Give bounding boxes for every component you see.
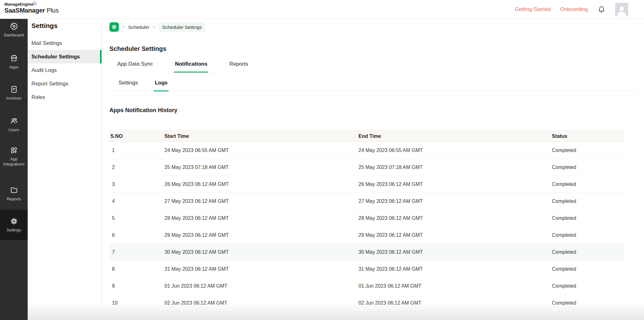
top-header: ManageEngine SaaSManager Plus Getting St…	[0, 0, 644, 19]
cell-status: Completed	[552, 244, 624, 261]
table-row[interactable]: 8 31 May 2023 06:12 AM GMT 31 May 2023 0…	[109, 261, 624, 278]
sidebar-item-settings[interactable]: Settings	[0, 210, 28, 240]
settings-menu-panel: Settings Mail Settings Scheduler Setting…	[28, 19, 102, 320]
sidebar-item-label: Settings	[7, 228, 21, 233]
tab-notifications[interactable]: Notifications	[174, 61, 208, 72]
cell-sno: 8	[109, 261, 164, 278]
getting-started-link[interactable]: Getting Started	[515, 6, 551, 13]
primary-sidebar: Dashboard Apps Invoices	[0, 19, 28, 320]
tab-reports[interactable]: Reports	[228, 61, 249, 72]
sidebar-item-label: Reports	[7, 197, 21, 202]
table-row[interactable]: 9 01 Jun 2023 06:12 AM GMT 01 Jun 2023 0…	[109, 278, 624, 295]
brand-company: ManageEngine	[4, 2, 33, 6]
notification-history-table: S.NO Start Time End Time Status 1 24 May…	[109, 131, 624, 312]
cell-sno: 2	[109, 159, 164, 176]
cell-status: Completed	[552, 261, 624, 278]
sidebar-item-apps[interactable]: Apps	[0, 54, 28, 70]
cell-start-time: 31 May 2023 06:12 AM GMT	[164, 261, 358, 278]
cell-sno: 9	[109, 278, 164, 295]
page-title: Scheduler Settings	[109, 45, 638, 52]
sidebar-item-dashboard[interactable]: Dashboard	[0, 22, 28, 38]
cell-end-time: 24 May 2023 06:55 AM GMT	[358, 142, 552, 159]
sidebar-item-label: Dashboard	[4, 33, 24, 38]
brand-product: SaaSManager Plus	[4, 7, 58, 14]
onboarding-link[interactable]: Onboarding	[560, 6, 588, 13]
cell-start-time: 28 May 2023 06:12 AM GMT	[164, 210, 358, 227]
sidebar-item-invoices[interactable]: Invoices	[0, 85, 28, 101]
cell-status: Completed	[552, 295, 624, 312]
cell-sno: 5	[109, 210, 164, 227]
notification-bell-icon[interactable]	[597, 5, 606, 14]
sidebar-item-app-integrations[interactable]: App Integrations	[0, 146, 28, 167]
cell-status: Completed	[552, 210, 624, 227]
sidebar-item-reports[interactable]: Reports	[0, 186, 28, 202]
breadcrumb-separator: >	[153, 25, 155, 30]
settings-menu-list: Mail Settings Scheduler Settings Audit L…	[28, 36, 102, 104]
cell-status: Completed	[552, 159, 624, 176]
tab-app-data-sync[interactable]: App Data Sync	[116, 61, 154, 72]
table-row[interactable]: 2 25 May 2023 07:18 AM GMT 25 May 2023 0…	[109, 159, 624, 176]
reports-folder-icon	[10, 186, 18, 194]
breadcrumb-gear-badge[interactable]	[109, 22, 119, 32]
subtab-bar: Settings Logs	[109, 72, 638, 91]
cell-sno: 7	[109, 244, 164, 261]
breadcrumb-item-scheduler-settings: Scheduler Settings	[159, 22, 205, 32]
cell-end-time: 31 May 2023 06:12 AM GMT	[358, 261, 552, 278]
table-row[interactable]: 7 30 May 2023 06:12 AM GMT 30 May 2023 0…	[109, 244, 624, 261]
cell-start-time: 25 May 2023 07:18 AM GMT	[164, 159, 358, 176]
table-row[interactable]: 1 24 May 2023 06:55 AM GMT 24 May 2023 0…	[109, 142, 624, 159]
app-integrations-icon	[10, 146, 18, 155]
cell-sno: 10	[109, 295, 164, 312]
cell-end-time: 27 May 2023 06:12 AM GMT	[358, 193, 552, 210]
users-icon	[10, 117, 18, 125]
sidebar-item-users[interactable]: Users	[0, 117, 28, 133]
table-row[interactable]: 3 26 May 2023 06:12 AM GMT 26 May 2023 0…	[109, 176, 624, 193]
menu-item-audit-logs[interactable]: Audit Logs	[28, 63, 102, 77]
cell-start-time: 26 May 2023 06:12 AM GMT	[164, 176, 358, 193]
main-content: > Scheduler > Scheduler Settings Schedul…	[102, 19, 644, 320]
cell-sno: 4	[109, 193, 164, 210]
cell-status: Completed	[552, 176, 624, 193]
cell-end-time: 02 Jun 2023 06:12 AM GMT	[358, 295, 552, 312]
subtab-settings[interactable]: Settings	[118, 80, 139, 91]
cell-end-time: 29 May 2023 06:12 AM GMT	[358, 227, 552, 244]
menu-item-report-settings[interactable]: Report Settings	[28, 77, 102, 90]
cell-status: Completed	[552, 227, 624, 244]
topbar-actions: Getting Started Onboarding	[515, 0, 628, 19]
app-logo[interactable]: ManageEngine SaaSManager Plus	[4, 2, 58, 14]
cell-start-time: 29 May 2023 06:12 AM GMT	[164, 227, 358, 244]
cell-end-time: 28 May 2023 06:12 AM GMT	[358, 210, 552, 227]
cell-status: Completed	[552, 278, 624, 295]
column-header-end-time: End Time	[358, 131, 552, 142]
cell-sno: 3	[109, 176, 164, 193]
breadcrumb-separator: >	[122, 25, 125, 30]
settings-menu-title: Settings	[31, 22, 102, 30]
subtab-logs[interactable]: Logs	[154, 80, 169, 91]
cell-start-time: 30 May 2023 06:12 AM GMT	[164, 244, 358, 261]
table-row[interactable]: 4 27 May 2023 06:12 AM GMT 27 May 2023 0…	[109, 193, 624, 210]
column-header-start-time: Start Time	[164, 131, 358, 142]
cell-end-time: 25 May 2023 07:18 AM GMT	[358, 159, 552, 176]
table-row[interactable]: 6 29 May 2023 06:12 AM GMT 29 May 2023 0…	[109, 227, 624, 244]
brand-product-bold: SaaSManager	[4, 7, 45, 14]
table-row[interactable]: 5 28 May 2023 06:12 AM GMT 28 May 2023 0…	[109, 210, 624, 227]
brand-company-row: ManageEngine	[4, 2, 58, 6]
menu-item-roles[interactable]: Roles	[28, 90, 102, 104]
invoices-document-icon	[10, 85, 18, 94]
sidebar-item-label: Apps	[9, 65, 19, 70]
settings-gear-icon	[10, 217, 18, 225]
breadcrumb-item-scheduler[interactable]: Scheduler	[128, 24, 150, 30]
menu-item-scheduler-settings[interactable]: Scheduler Settings	[28, 50, 102, 63]
cell-start-time: 27 May 2023 06:12 AM GMT	[164, 193, 358, 210]
cell-start-time: 02 Jun 2023 06:12 AM GMT	[164, 295, 358, 312]
gear-icon	[111, 24, 117, 30]
brand-product-regular: Plus	[47, 7, 58, 14]
avatar[interactable]	[615, 3, 628, 16]
cell-end-time: 01 Jun 2023 06:12 AM GMT	[358, 278, 552, 295]
cell-end-time: 30 May 2023 06:12 AM GMT	[358, 244, 552, 261]
column-header-status: Status	[552, 131, 624, 142]
table-row[interactable]: 10 02 Jun 2023 06:12 AM GMT 02 Jun 2023 …	[109, 295, 624, 312]
menu-item-mail-settings[interactable]: Mail Settings	[28, 36, 102, 50]
cell-sno: 1	[109, 142, 164, 159]
table-header-row: S.NO Start Time End Time Status	[109, 131, 624, 142]
